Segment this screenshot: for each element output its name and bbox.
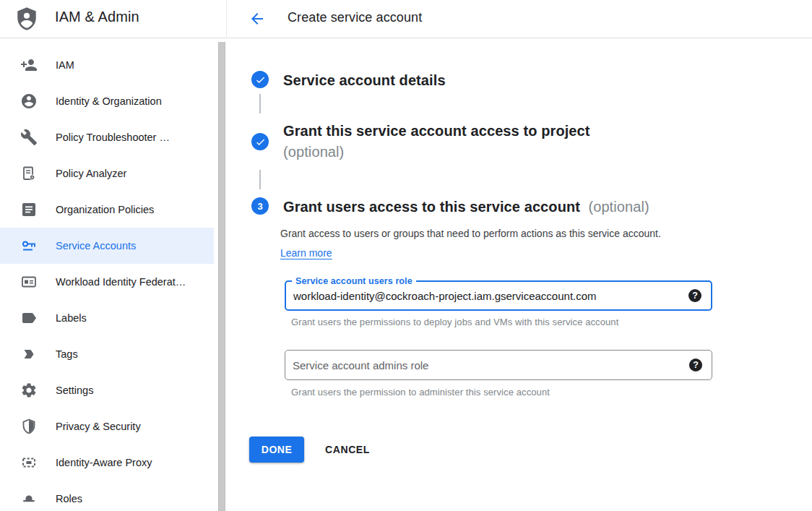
- sidebar-item-label: Identity-Aware Proxy: [56, 457, 152, 468]
- sidebar-item-roles[interactable]: Roles: [0, 481, 214, 511]
- step3-description-text: Grant access to users or groups that nee…: [280, 228, 661, 239]
- main-header: Create service account: [227, 0, 812, 38]
- proxy-grid-icon: [20, 454, 38, 471]
- shield-half-icon: [20, 418, 38, 435]
- sidebar-scrollbar[interactable]: [218, 42, 225, 511]
- users-role-input[interactable]: [293, 282, 676, 309]
- sidebar-item-label: Policy Analyzer: [56, 168, 126, 179]
- sidebar-item-label: Roles: [56, 493, 82, 504]
- sidebar-nav: IAM Identity & Organization Policy Troub…: [0, 38, 214, 511]
- sidebar-item-label: Settings: [56, 385, 93, 396]
- sidebar-item-label: Privacy & Security: [56, 421, 141, 432]
- policy-analyzer-icon: [20, 165, 38, 182]
- step3-title-text: Grant users access to this service accou…: [283, 199, 580, 215]
- step1-check-icon: [251, 71, 269, 88]
- sidebar-item-settings[interactable]: Settings: [0, 372, 214, 408]
- sidebar-item-label: Labels: [56, 312, 87, 324]
- create-service-account-form: Service account details Grant this servi…: [227, 38, 812, 511]
- step3-title[interactable]: Grant users access to this service accou…: [283, 197, 746, 218]
- service-account-users-role-field[interactable]: Service account users role: [285, 280, 712, 311]
- step3-number-badge: 3: [251, 197, 269, 215]
- sidebar-item-label: IAM: [56, 59, 74, 71]
- person-add-icon: [20, 56, 38, 74]
- service-account-key-icon: [20, 237, 38, 254]
- gear-icon: [20, 382, 38, 399]
- service-account-admins-role-field[interactable]: [285, 350, 712, 380]
- help-icon[interactable]: [689, 358, 702, 372]
- hat-icon: [20, 490, 38, 507]
- sidebar-title: IAM & Admin: [55, 9, 139, 25]
- cancel-button[interactable]: CANCEL: [325, 437, 370, 463]
- step1-title-text: Service account details: [283, 72, 446, 88]
- step2-title-text: Grant this service account access to pro…: [283, 121, 648, 142]
- admins-role-input[interactable]: [293, 351, 675, 379]
- users-role-helper-text: Grant users the permissions to deploy jo…: [291, 317, 618, 327]
- document-icon: [20, 201, 38, 218]
- sidebar-item-labels[interactable]: Labels: [0, 300, 214, 336]
- step2-check-icon: [251, 133, 269, 150]
- sidebar-item-policy-troubleshooter[interactable]: Policy Troubleshooter …: [0, 119, 214, 155]
- sidebar-header: IAM & Admin: [0, 0, 227, 38]
- step3-number: 3: [257, 201, 262, 212]
- step-connector: [259, 170, 261, 189]
- account-circle-icon: [20, 93, 38, 110]
- sidebar-item-label: Identity & Organization: [56, 95, 162, 107]
- label-icon: [20, 309, 38, 327]
- step2-title[interactable]: Grant this service account access to pro…: [283, 121, 648, 163]
- tag-arrow-icon: [20, 345, 38, 363]
- sidebar-item-label: Tags: [56, 348, 78, 360]
- sidebar-item-organization-policies[interactable]: Organization Policies: [0, 192, 214, 228]
- sidebar-item-workload-identity-federation[interactable]: Workload Identity Federat…: [0, 264, 214, 300]
- sidebar-item-iam[interactable]: IAM: [0, 47, 214, 83]
- sidebar-item-label: Workload Identity Federat…: [56, 276, 186, 288]
- step3-description: Grant access to users or groups that nee…: [280, 224, 688, 263]
- step3-optional-label: (optional): [584, 199, 649, 215]
- main-panel: Create service account Service account d…: [227, 0, 812, 511]
- sidebar-item-identity-organization[interactable]: Identity & Organization: [0, 83, 214, 119]
- help-icon[interactable]: [688, 289, 701, 302]
- wrench-icon: [20, 129, 38, 146]
- done-button[interactable]: DONE: [249, 437, 304, 463]
- sidebar-item-label: Policy Troubleshooter …: [56, 132, 170, 143]
- sidebar-item-tags[interactable]: Tags: [0, 336, 214, 372]
- page-title: Create service account: [288, 10, 422, 25]
- step2-optional-label: (optional): [283, 142, 648, 163]
- sidebar-item-label: Service Accounts: [56, 240, 136, 252]
- sidebar-item-label: Organization Policies: [56, 204, 154, 215]
- sidebar-item-privacy-security[interactable]: Privacy & Security: [0, 408, 214, 445]
- sidebar-item-service-accounts[interactable]: Service Accounts: [0, 228, 214, 264]
- sidebar-item-identity-aware-proxy[interactable]: Identity-Aware Proxy: [0, 445, 214, 481]
- admins-role-helper-text: Grant users the permission to administer…: [291, 387, 550, 398]
- back-arrow-icon[interactable]: [247, 9, 267, 29]
- step1-title[interactable]: Service account details: [283, 70, 446, 91]
- iam-admin-shield-icon: [14, 6, 40, 32]
- badge-icon: [20, 273, 38, 291]
- sidebar-item-policy-analyzer[interactable]: Policy Analyzer: [0, 155, 214, 192]
- sidebar: IAM & Admin IAM Identity & Organization …: [0, 0, 227, 511]
- step-connector: [259, 94, 261, 113]
- learn-more-link[interactable]: Learn more: [280, 247, 332, 259]
